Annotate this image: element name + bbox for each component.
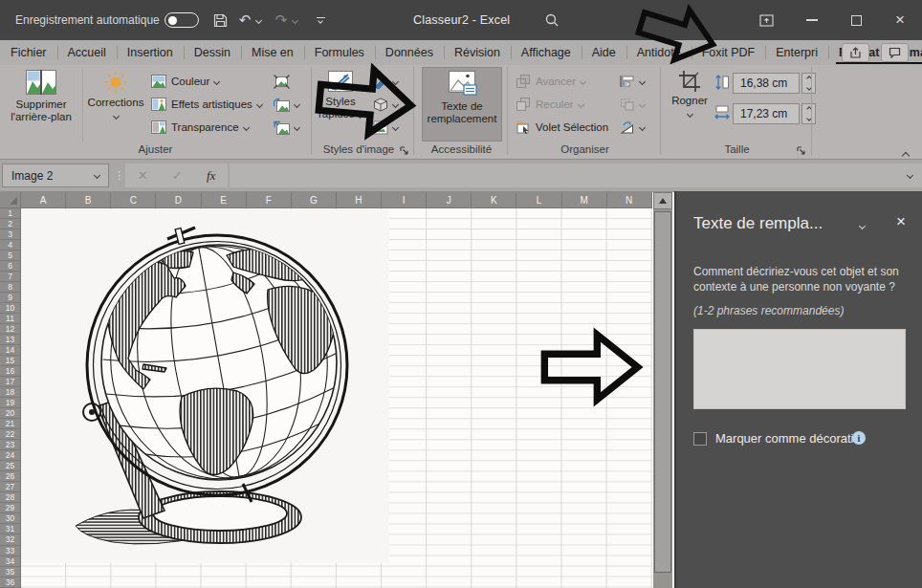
row-header[interactable]: 27: [0, 482, 21, 492]
formula-input[interactable]: [230, 163, 922, 187]
tab-enterprise[interactable]: Enterpri: [765, 40, 828, 65]
row-header[interactable]: 16: [0, 366, 21, 377]
expand-formula-bar-icon[interactable]: [907, 172, 913, 179]
column-header[interactable]: K: [472, 192, 516, 208]
row-header[interactable]: 30: [0, 513, 21, 524]
column-header[interactable]: L: [516, 192, 561, 208]
compress-picture-button[interactable]: [274, 71, 290, 92]
tab-aide[interactable]: Aide: [582, 40, 626, 65]
column-header[interactable]: J: [427, 192, 472, 208]
row-header[interactable]: 7: [0, 272, 21, 282]
tab-formules[interactable]: Formules: [304, 40, 375, 65]
column-header[interactable]: G: [292, 192, 337, 208]
picture-layout-button[interactable]: [373, 117, 398, 138]
column-header[interactable]: B: [66, 192, 111, 208]
send-backward-button[interactable]: Reculer: [516, 94, 583, 115]
tab-revision[interactable]: Révision: [444, 40, 511, 65]
effets-artistiques-button[interactable]: Effets artistiques: [151, 94, 262, 115]
maximize-button[interactable]: [842, 0, 870, 40]
cancel-icon[interactable]: ✕: [138, 168, 148, 183]
group-objects-button[interactable]: [620, 94, 645, 115]
insert-function-icon[interactable]: fx: [207, 168, 215, 184]
enter-icon[interactable]: ✓: [172, 168, 183, 183]
tab-antidote[interactable]: Antidote: [626, 40, 692, 65]
row-header[interactable]: 26: [0, 471, 21, 482]
row-header[interactable]: 22: [0, 429, 21, 440]
row-header[interactable]: 23: [0, 440, 21, 450]
row-header[interactable]: 33: [0, 546, 21, 556]
corrections-button[interactable]: Corrections: [86, 67, 145, 142]
comment-button[interactable]: [881, 43, 909, 62]
row-header[interactable]: 14: [0, 345, 21, 356]
row-header[interactable]: 18: [0, 387, 21, 398]
alt-text-input[interactable]: [693, 329, 906, 409]
name-box-dropdown-icon[interactable]: [94, 172, 100, 179]
row-header[interactable]: 28: [0, 492, 21, 503]
name-box[interactable]: Image 2: [2, 163, 109, 187]
row-header[interactable]: 29: [0, 503, 21, 513]
row-header[interactable]: 20: [0, 408, 21, 419]
couleur-button[interactable]: Couleur: [151, 71, 219, 92]
width-stepper[interactable]: [801, 103, 816, 124]
column-header[interactable]: D: [156, 192, 201, 208]
crop-button[interactable]: Rogner: [668, 67, 712, 142]
height-stepper[interactable]: [801, 73, 816, 94]
row-header[interactable]: 1: [0, 208, 21, 219]
autosave-toggle[interactable]: [165, 12, 199, 28]
reset-picture-button[interactable]: [274, 117, 299, 138]
tab-dessin[interactable]: Dessin: [184, 40, 241, 65]
row-header[interactable]: 32: [0, 534, 21, 545]
row-header[interactable]: 36: [0, 577, 21, 588]
vertical-scrollbar[interactable]: [653, 192, 672, 588]
pane-close-icon[interactable]: ×: [892, 212, 910, 231]
picture-effects-button[interactable]: [373, 94, 398, 115]
picture-globe[interactable]: [21, 209, 389, 563]
remove-background-button[interactable]: Supprimer l'arrière-plan: [4, 67, 78, 142]
select-all-corner[interactable]: [0, 192, 21, 208]
quick-access-menu-icon[interactable]: [312, 0, 329, 40]
row-header[interactable]: 35: [0, 567, 21, 577]
redo-icon[interactable]: ↷: [272, 0, 291, 40]
taille-dialog-launcher-icon[interactable]: [796, 145, 807, 157]
row-header[interactable]: 10: [0, 303, 21, 314]
undo-dropdown-icon[interactable]: [252, 0, 264, 40]
row-header[interactable]: 9: [0, 293, 21, 303]
search-icon[interactable]: [540, 0, 563, 40]
row-header[interactable]: 25: [0, 461, 21, 471]
decorative-checkbox[interactable]: [693, 432, 707, 446]
column-header[interactable]: I: [382, 192, 427, 208]
pane-options-icon[interactable]: [859, 223, 866, 229]
redo-dropdown-icon[interactable]: [289, 0, 300, 40]
scrollbar-thumb[interactable]: [654, 211, 671, 573]
tab-affichage[interactable]: Affichage: [511, 40, 582, 65]
alt-text-button[interactable]: Texte de remplacement: [422, 67, 502, 142]
tab-donnees[interactable]: Données: [375, 40, 444, 65]
ribbon-display-options-icon[interactable]: [752, 0, 780, 40]
tab-mise-en-page[interactable]: Mise en: [241, 40, 304, 65]
info-icon[interactable]: i: [852, 431, 866, 445]
undo-icon[interactable]: ↶: [235, 0, 254, 40]
minimize-button[interactable]: [798, 0, 826, 40]
save-icon[interactable]: [209, 0, 231, 40]
close-button[interactable]: ×: [886, 0, 914, 40]
tab-accueil[interactable]: Accueil: [57, 40, 117, 65]
scroll-up-icon[interactable]: [653, 192, 672, 209]
row-header[interactable]: 5: [0, 250, 21, 261]
picture-border-button[interactable]: [373, 71, 398, 92]
column-header[interactable]: E: [202, 192, 247, 208]
row-header[interactable]: 31: [0, 524, 21, 534]
change-picture-button[interactable]: [274, 94, 299, 115]
row-header[interactable]: 13: [0, 335, 21, 345]
row-header[interactable]: 19: [0, 398, 21, 408]
quick-styles-button[interactable]: Styles rapides: [318, 67, 363, 142]
column-header[interactable]: H: [337, 192, 382, 208]
row-header[interactable]: 4: [0, 240, 21, 250]
transparence-button[interactable]: Transparence: [151, 117, 249, 138]
row-header[interactable]: 6: [0, 261, 21, 272]
column-header[interactable]: N: [607, 192, 652, 208]
row-header[interactable]: 11: [0, 314, 21, 324]
styles-dialog-launcher-icon[interactable]: [399, 145, 410, 157]
row-header[interactable]: 2: [0, 219, 21, 229]
row-header[interactable]: 24: [0, 450, 21, 461]
bring-forward-button[interactable]: Avancer: [516, 71, 585, 92]
